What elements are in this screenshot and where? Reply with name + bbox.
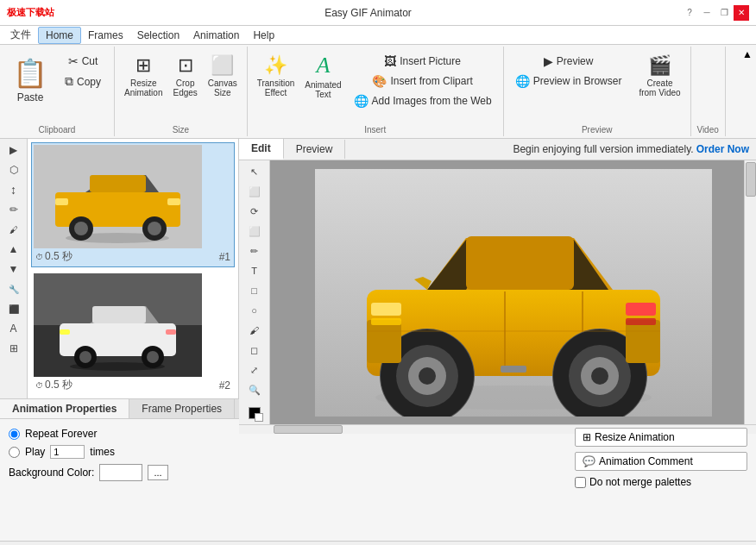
restore-button[interactable]: ❐ [716,5,732,21]
scroll-thumb[interactable] [746,162,756,197]
copy-button[interactable]: ⧉ Copy [57,72,109,91]
minimize-button[interactable]: ─ [699,5,715,21]
menu-help[interactable]: Help [246,28,281,43]
cut-button[interactable]: ✂ Cut [57,52,109,71]
menu-animation[interactable]: Animation [186,28,246,43]
canvas-viewport[interactable] [270,160,756,424]
preview-label: Preview [504,125,690,135]
tab-animation-props[interactable]: Animation Properties [0,399,129,418]
tab-preview[interactable]: Preview [284,140,346,159]
status-bar: GIF 89a | 400 x 225 | 2 帧 | 1 秒 | Saves … [0,541,756,545]
prop-content: Repeat Forever Play times Background Col… [0,419,756,497]
clipboard-group: 📋 Paste ✂ Cut ⧉ Copy Clipboard [0,47,115,136]
tool-nav-up[interactable]: ▲ [3,240,25,259]
tool-grid[interactable]: ⊞ [3,339,25,358]
tool-paint2[interactable]: 🖌 [243,321,267,340]
svg-rect-17 [92,306,146,323]
text-icon: A [316,53,330,78]
tool-pencil2[interactable]: ✏ [243,241,267,260]
play-count-input[interactable] [50,445,85,459]
preview-browser-button[interactable]: 🌐 Preview in Browser [509,72,628,91]
insert-clipart-button[interactable]: 🎨 Insert from Clipart [348,72,498,91]
canvas-image-container [315,169,712,417]
crop-edges-button[interactable]: ⊡ CropEdges [168,50,201,102]
video-group: Video [691,47,726,136]
repeat-forever-radio[interactable] [9,429,20,440]
prop-right: ⊞ Resize Animation 💬 Animation Comment D… [575,428,747,488]
order-now-link[interactable]: Order Now [696,143,749,155]
svg-rect-47 [626,303,656,316]
tool-colors[interactable] [243,404,267,423]
tool-select[interactable]: ▶ [3,141,25,160]
tool-ellipse[interactable]: ○ [243,301,267,320]
canvas-section: Edit Preview Begin enjoying full version… [239,139,756,398]
svg-point-19 [79,351,91,363]
create-from-video-button[interactable]: 🎬 Createfrom Video [634,50,684,102]
title-bar-controls[interactable]: ? ─ ❐ ✕ [682,5,749,21]
preview-button[interactable]: ▶ Preview [509,52,628,71]
repeat-forever-row: Repeat Forever [9,428,558,440]
size-label: Size [115,125,247,135]
comment-icon: 💬 [583,455,595,467]
transition-button[interactable]: ✨ TransitionEffect [253,50,299,102]
resize-animation-button[interactable]: ⊞ ResizeAnimation [120,50,167,102]
resize-animation-prop-button[interactable]: ⊞ Resize Animation [575,428,747,447]
no-merge-checkbox[interactable] [575,477,586,488]
menu-file[interactable]: 文件 [3,26,38,44]
tab-frame-props[interactable]: Frame Properties [129,399,235,418]
tool-paint[interactable]: 🖌 [3,220,25,239]
tool-select-rect[interactable]: ⬜ [243,182,267,201]
play-radio[interactable] [9,447,20,458]
header-info: Begin enjoying full version immediately.… [345,143,756,155]
play-row: Play times [9,445,558,459]
tool-letter[interactable]: A [3,319,25,338]
tool-lasso[interactable]: ⟳ [243,202,267,221]
frame-thumb-1 [34,145,202,248]
frame-car-1-svg [34,145,202,248]
transition-icon: ✨ [264,54,287,77]
clipboard-buttons: 📋 Paste ✂ Cut ⧉ Copy [5,48,109,122]
insert-small-group: 🖼 Insert Picture 🎨 Insert from Clipart 🌐… [348,50,498,122]
menu-frames[interactable]: Frames [81,28,130,43]
add-images-button[interactable]: 🌐 Add Images from the Web [348,91,498,110]
bg-color-row: Background Color: ... [9,464,558,481]
tool-nav-down[interactable]: ▼ [3,260,25,279]
bg-color-picker-button[interactable]: ... [148,465,167,480]
animated-text-button[interactable]: A AnimatedText [300,50,345,102]
tool-eraser[interactable]: ⬛ [3,299,25,318]
ribbon-collapse-button[interactable]: ▲ [742,48,753,60]
main-area: ▶ ⬡ ↕ ✏ 🖌 ▲ ▼ 🔧 ⬛ A ⊞ [0,139,756,398]
tool-pencil[interactable]: ✏ [3,200,25,219]
animation-comment-button[interactable]: 💬 Animation Comment [575,452,747,471]
tool-zoom[interactable]: 🔍 [243,380,267,399]
frame-item-1[interactable]: ⏱ 0.5 秒 #1 [31,142,235,267]
vertical-scrollbar[interactable] [744,160,756,424]
clipboard-label: Clipboard [0,125,114,135]
times-label: times [90,446,115,458]
menu-home[interactable]: Home [38,27,81,44]
preview-group: ▶ Preview 🌐 Preview in Browser 🎬 Createf… [504,47,691,136]
bg-color-box[interactable] [99,464,142,481]
menu-selection[interactable]: Selection [130,28,186,43]
paste-button[interactable]: 📋 Paste [5,50,55,110]
tool-pointer[interactable]: ↖ [243,162,267,181]
tool-3[interactable]: ↕ [3,180,25,199]
crop-icon: ⊡ [178,54,193,77]
tool-2[interactable]: ⬡ [3,160,25,179]
tool-5[interactable]: 🔧 [3,279,25,298]
svg-rect-23 [166,329,176,335]
preview-buttons: ▶ Preview 🌐 Preview in Browser 🎬 Createf… [509,48,685,115]
tool-eraser2[interactable]: ◻ [243,341,267,360]
tool-text[interactable]: T [243,261,267,280]
frame-item-2[interactable]: ⏱ 0.5 秒 #2 [31,271,235,396]
insert-picture-button[interactable]: 🖼 Insert Picture [348,52,498,71]
canvas-size-button[interactable]: ⬜ CanvasSize [204,50,242,102]
help-button[interactable]: ? [682,5,697,21]
tool-select2[interactable]: ⬜ [243,222,267,241]
close-button[interactable]: ✕ [734,5,749,21]
tool-rect[interactable]: □ [243,281,267,300]
play-label: Play [25,446,45,458]
tool-move[interactable]: ⤢ [243,360,267,379]
tab-edit[interactable]: Edit [239,139,284,160]
video-icon: 🎬 [648,54,671,77]
